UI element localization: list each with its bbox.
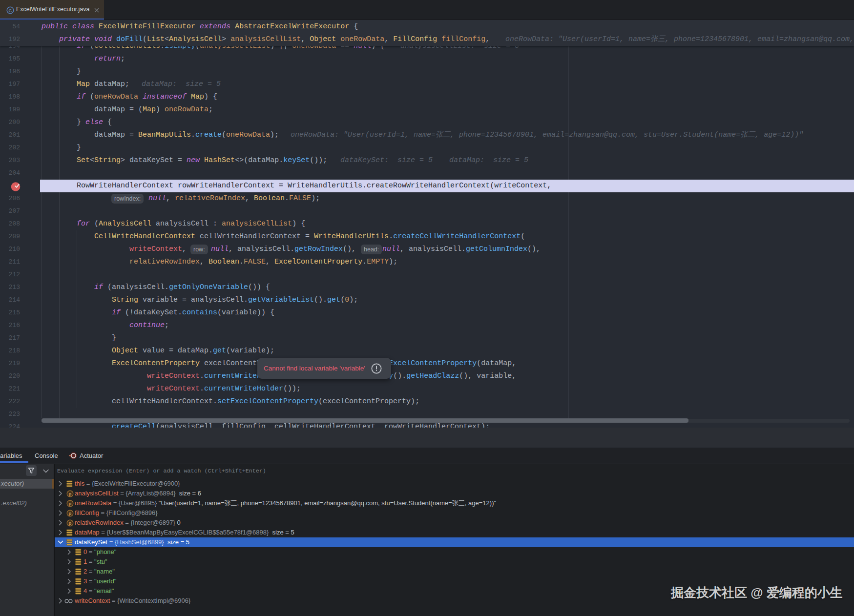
svg-text:p: p — [69, 501, 72, 506]
svg-text:p: p — [69, 520, 72, 526]
svg-text:C: C — [9, 8, 12, 13]
svg-text:p: p — [69, 511, 72, 516]
svg-text:p: p — [69, 491, 72, 496]
